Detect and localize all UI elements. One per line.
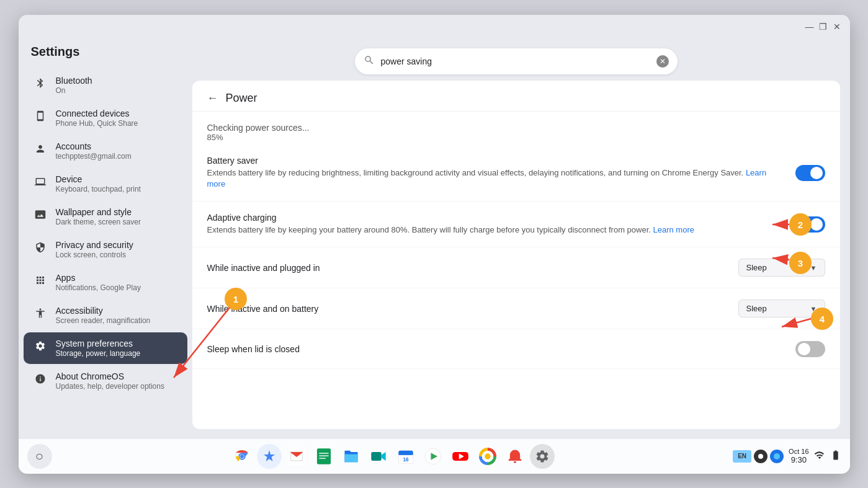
taskbar: ○ [19, 439, 850, 474]
adaptive-charging-title: Adaptive charging [207, 213, 783, 223]
window-body: Settings Bluetooth On [19, 38, 850, 439]
battery-icon[interactable] [830, 450, 841, 463]
close-button[interactable]: ✕ [831, 21, 843, 32]
taskbar-play[interactable] [421, 444, 445, 469]
device-icon [34, 175, 47, 189]
taskbar-files[interactable] [339, 444, 364, 469]
plugged-in-value: Sleep [746, 263, 767, 272]
plugged-in-dropdown[interactable]: Sleep ▼ [738, 259, 825, 277]
taskbar-settings-app[interactable] [530, 444, 555, 469]
battery-saver-row: Battery saver Extends battery life by re… [192, 144, 840, 202]
on-battery-dropdown[interactable]: Sleep ▼ [738, 299, 825, 317]
battery-saver-title: Battery saver [207, 156, 783, 166]
content-panel: ← Power Checking power sources... 85% Ba… [192, 81, 840, 429]
apps-icon [34, 273, 47, 287]
accessibility-icon [34, 306, 47, 320]
search-clear-button[interactable]: ✕ [656, 55, 669, 68]
panel-header: ← Power [192, 81, 840, 112]
svg-rect-9 [320, 458, 326, 459]
svg-point-22 [774, 453, 780, 459]
plugged-in-row: While inactive and plugged in Sleep ▼ [192, 247, 840, 288]
battery-saver-toggle[interactable] [795, 165, 825, 181]
accounts-sublabel: techpptest@gmail.com [56, 152, 177, 161]
accounts-label: Accounts [56, 141, 177, 151]
adaptive-charging-learn-more[interactable]: Learn more [653, 225, 694, 234]
wallpaper-icon [34, 208, 47, 221]
privacy-sublabel: Lock screen, controls [56, 251, 177, 259]
svg-marker-11 [382, 452, 386, 461]
connected-devices-label: Connected devices [56, 109, 177, 118]
sidebar-item-wallpaper[interactable]: Wallpaper and style Dark theme, screen s… [24, 201, 187, 233]
taskbar-search-button[interactable]: ○ [27, 444, 52, 469]
bluetooth-label: Bluetooth [56, 76, 177, 86]
taskbar-chrome[interactable] [230, 444, 254, 469]
back-button[interactable]: ← [207, 92, 218, 105]
lid-closed-row: Sleep when lid is closed [192, 329, 840, 369]
connected-devices-sublabel: Phone Hub, Quick Share [56, 119, 177, 128]
sidebar-item-device[interactable]: Device Keyboard, touchpad, print [24, 168, 187, 200]
on-battery-dropdown-arrow: ▼ [810, 305, 817, 313]
maximize-button[interactable]: ❐ [818, 21, 829, 32]
wallpaper-sublabel: Dark theme, screen saver [56, 218, 177, 226]
svg-rect-14 [399, 453, 413, 455]
privacy-icon [34, 241, 47, 254]
svg-point-20 [485, 453, 491, 459]
sidebar-item-bluetooth[interactable]: Bluetooth On [24, 69, 187, 101]
taskbar-youtube[interactable] [448, 444, 473, 469]
svg-point-21 [758, 454, 763, 459]
language-indicator[interactable]: EN [733, 450, 751, 463]
sidebar-item-about[interactable]: About ChromeOS Updates, help, developer … [24, 365, 187, 397]
taskbar-gmail[interactable] [284, 444, 309, 469]
lid-closed-label: Sleep when lid is closed [207, 344, 783, 354]
clock[interactable]: Oct 16 9:30 [789, 448, 808, 464]
taskbar-time: 9:30 [791, 455, 807, 464]
taskbar-photos[interactable] [475, 444, 500, 469]
adaptive-charging-row: Adaptive charging Extends battery life b… [192, 202, 840, 247]
about-sublabel: Updates, help, developer options [56, 382, 177, 391]
sidebar-item-accessibility[interactable]: Accessibility Screen reader, magnificati… [24, 299, 187, 331]
plugged-in-dropdown-arrow: ▼ [810, 264, 817, 272]
sidebar-item-accounts[interactable]: Accounts techpptest@gmail.com [24, 135, 187, 167]
main-area: ✕ ← Power Checking power sources... 85% [192, 38, 850, 439]
lid-closed-toggle[interactable] [795, 341, 825, 357]
adaptive-charging-description: Extends battery life by keeping your bat… [207, 224, 783, 236]
svg-rect-10 [372, 452, 382, 461]
about-label: About ChromeOS [56, 371, 177, 381]
connected-devices-icon [34, 109, 47, 123]
sidebar-item-apps[interactable]: Apps Notifications, Google Play [24, 267, 187, 298]
bluetooth-icon [34, 76, 47, 90]
power-sources-label: Checking power sources... [207, 123, 825, 133]
taskbar-sheets[interactable] [311, 444, 336, 469]
wifi-icon[interactable] [814, 450, 825, 463]
sidebar-item-privacy[interactable]: Privacy and security Lock screen, contro… [24, 234, 187, 265]
accounts-icon [34, 142, 47, 156]
minimize-button[interactable]: — [804, 21, 815, 32]
svg-rect-7 [320, 453, 329, 454]
search-input[interactable] [381, 56, 656, 66]
sidebar-item-system-preferences[interactable]: System preferences Storage, power, langu… [24, 332, 187, 364]
apps-sublabel: Notifications, Google Play [56, 283, 177, 292]
settings-title: Settings [19, 38, 192, 69]
record-button[interactable] [754, 450, 767, 463]
battery-saver-description: Extends battery life by reducing brightn… [207, 167, 783, 190]
on-battery-value: Sleep [746, 304, 767, 313]
taskbar-date: Oct 16 [789, 448, 808, 455]
taskbar-meet[interactable] [366, 444, 391, 469]
accessibility-label: Accessibility [56, 306, 177, 316]
svg-rect-8 [320, 455, 329, 456]
taskbar-calendar[interactable]: 16 [393, 444, 418, 469]
search-bar-wrap: ✕ [192, 48, 840, 74]
privacy-label: Privacy and security [56, 240, 177, 250]
svg-text:16: 16 [403, 457, 409, 463]
taskbar-notification[interactable] [503, 444, 527, 469]
system-preferences-sublabel: Storage, power, language [56, 349, 177, 358]
accessibility-sublabel: Screen reader, magnification [56, 316, 177, 325]
taskbar-gemini[interactable] [257, 444, 282, 469]
apps-label: Apps [56, 273, 177, 283]
search-icon [364, 55, 375, 68]
wallpaper-label: Wallpaper and style [56, 207, 177, 217]
sidebar-item-connected-devices[interactable]: Connected devices Phone Hub, Quick Share [24, 102, 187, 134]
on-battery-label: While inactive and on battery [207, 304, 726, 314]
adaptive-charging-toggle[interactable] [795, 216, 825, 233]
microphone-button[interactable] [770, 450, 784, 463]
